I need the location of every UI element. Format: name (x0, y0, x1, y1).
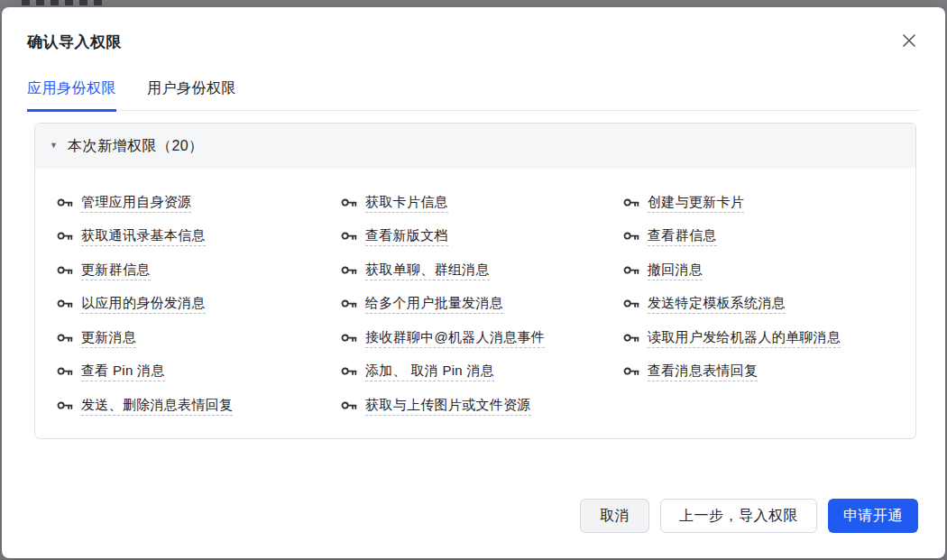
permission-label[interactable]: 获取与上传图片或文件资源 (365, 396, 531, 416)
permission-label[interactable]: 读取用户发给机器人的单聊消息 (648, 328, 841, 348)
permission-item: 更新群信息 (57, 253, 341, 288)
key-icon (623, 264, 639, 277)
permission-item: 给多个用户批量发消息 (341, 288, 623, 322)
permission-item: 查看 Pin 消息 (57, 355, 341, 390)
permission-label[interactable]: 撤回消息 (648, 261, 703, 280)
permission-item: 更新消息 (57, 321, 341, 355)
permissions-column: 获取卡片信息查看新版文档获取单聊、群组消息给多个用户批量发消息接收群聊中@机器人… (341, 186, 623, 423)
key-icon (623, 197, 639, 209)
key-icon (57, 264, 73, 277)
confirm-import-permissions-dialog: 确认导入权限 应用身份权限 用户身份权限 ▼ 本次新增权限（20） 管理应用自身… (2, 7, 945, 558)
permission-item: 获取通讯录基本信息 (57, 220, 341, 254)
new-permissions-section-header[interactable]: ▼ 本次新增权限（20） (35, 124, 915, 169)
permission-item: 查看群信息 (623, 220, 894, 254)
collapse-triangle-icon: ▼ (50, 141, 58, 150)
permission-item: 获取与上传图片或文件资源 (341, 389, 623, 423)
permission-item: 发送、删除消息表情回复 (57, 389, 341, 423)
key-icon (341, 332, 357, 344)
permission-label[interactable]: 获取通讯录基本信息 (81, 226, 206, 246)
permission-label[interactable]: 获取单聊、群组消息 (365, 261, 490, 280)
key-icon (57, 298, 73, 310)
permission-item: 读取用户发给机器人的单聊消息 (623, 321, 894, 355)
permissions-column: 管理应用自身资源获取通讯录基本信息更新群信息以应用的身份发消息更新消息查看 Pi… (57, 186, 341, 423)
tab-app-identity-permissions[interactable]: 应用身份权限 (27, 81, 116, 112)
permission-label[interactable]: 获取卡片信息 (365, 193, 448, 213)
dialog-footer: 取消 上一步，导入权限 申请开通 (580, 499, 918, 533)
permission-item: 查看新版文档 (341, 220, 623, 254)
key-icon (623, 230, 639, 243)
key-icon (341, 264, 357, 277)
key-icon (57, 365, 73, 378)
dialog-header: 确认导入权限 (27, 7, 920, 52)
permission-label[interactable]: 创建与更新卡片 (648, 193, 744, 213)
key-icon (623, 365, 639, 378)
permission-label[interactable]: 给多个用户批量发消息 (365, 294, 503, 314)
background-page-content (22, 0, 107, 5)
dialog-title: 确认导入权限 (27, 32, 122, 52)
section-header-label: 本次新增权限（20） (68, 137, 204, 156)
permission-label[interactable]: 添加、 取消 Pin 消息 (365, 362, 494, 381)
key-icon (57, 230, 73, 243)
permission-label[interactable]: 查看群信息 (648, 226, 717, 246)
permission-item: 查看消息表情回复 (623, 355, 894, 390)
key-icon (341, 298, 357, 310)
key-icon (341, 197, 357, 209)
permission-label[interactable]: 更新群信息 (81, 261, 151, 280)
key-icon (341, 365, 357, 378)
cancel-button[interactable]: 取消 (580, 499, 649, 533)
permission-label[interactable]: 查看 Pin 消息 (81, 362, 165, 381)
key-icon (57, 332, 73, 344)
permission-label[interactable]: 发送特定模板系统消息 (648, 294, 786, 314)
permission-item: 创建与更新卡片 (623, 186, 894, 220)
key-icon (57, 399, 73, 412)
tab-user-identity-permissions[interactable]: 用户身份权限 (147, 81, 236, 112)
permission-label[interactable]: 以应用的身份发消息 (81, 294, 206, 314)
permissions-grid: 管理应用自身资源获取通讯录基本信息更新群信息以应用的身份发消息更新消息查看 Pi… (35, 169, 915, 423)
close-icon (901, 32, 917, 51)
permission-item: 获取卡片信息 (341, 186, 623, 220)
permission-label[interactable]: 发送、删除消息表情回复 (81, 396, 233, 416)
permissions-column: 创建与更新卡片查看群信息撤回消息发送特定模板系统消息读取用户发给机器人的单聊消息… (623, 186, 894, 423)
permission-item: 获取单聊、群组消息 (341, 253, 623, 288)
key-icon (57, 197, 73, 209)
permission-item: 接收群聊中@机器人消息事件 (341, 321, 623, 355)
key-icon (341, 230, 357, 243)
permission-label[interactable]: 管理应用自身资源 (81, 193, 191, 213)
permission-item: 撤回消息 (623, 253, 894, 288)
permission-label[interactable]: 查看新版文档 (365, 226, 448, 246)
permission-item: 发送特定模板系统消息 (623, 288, 894, 322)
back-import-permissions-button[interactable]: 上一步，导入权限 (660, 499, 817, 533)
permission-label[interactable]: 接收群聊中@机器人消息事件 (365, 328, 545, 348)
tab-bar: 应用身份权限 用户身份权限 (27, 81, 920, 111)
new-permissions-panel: ▼ 本次新增权限（20） 管理应用自身资源获取通讯录基本信息更新群信息以应用的身… (34, 123, 916, 439)
permission-label[interactable]: 更新消息 (81, 328, 136, 348)
permission-item: 管理应用自身资源 (57, 186, 341, 220)
permission-label[interactable]: 查看消息表情回复 (648, 362, 758, 381)
close-button[interactable] (898, 31, 920, 52)
key-icon (623, 298, 639, 310)
apply-activate-button[interactable]: 申请开通 (828, 499, 918, 533)
permission-item: 以应用的身份发消息 (57, 288, 341, 322)
key-icon (623, 332, 639, 344)
permission-item: 添加、 取消 Pin 消息 (341, 355, 623, 390)
key-icon (341, 399, 357, 412)
